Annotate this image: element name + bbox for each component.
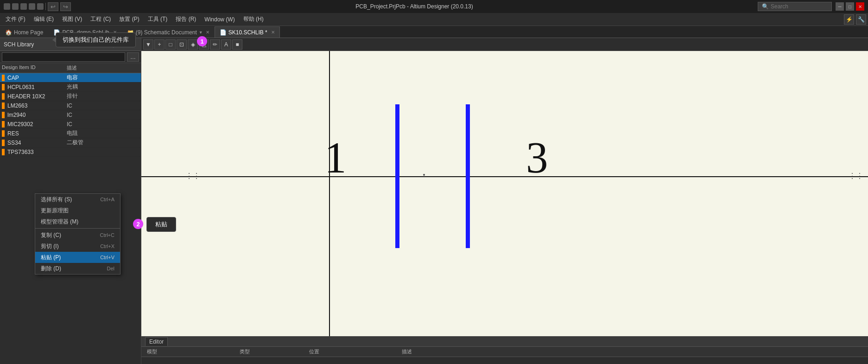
tab-sk10[interactable]: 📄 SK10.SCHLIB * ✕ — [215, 26, 280, 38]
tool-rect[interactable]: □ — [165, 39, 176, 50]
sch-number-1: 1 — [324, 132, 347, 183]
tool-fill[interactable]: ■ — [232, 39, 242, 50]
editor-panel: Editor 模型 类型 位置 描述 — [141, 336, 868, 364]
lib-row-lm2940[interactable]: lm2940 IC — [0, 110, 141, 120]
sch-number-3: 3 — [526, 132, 548, 183]
app-icon3 — [20, 3, 27, 10]
menu-tools[interactable]: 工具 (T) — [144, 13, 171, 25]
tab-homepage[interactable]: 🏠 Home Page — [0, 26, 48, 38]
header-name: HEADER 10X2 — [6, 93, 67, 100]
menu-icon2[interactable]: 🔧 — [856, 14, 866, 25]
tool-text[interactable]: A — [221, 39, 231, 50]
lib-row-mic[interactable]: MIC29302 IC — [0, 120, 141, 129]
tooltip1-text: 切换到我们自己的元件库 — [63, 36, 129, 43]
title-bar-right: 🔍 ─ □ ✕ — [758, 2, 864, 11]
tps-name: TPS73633 — [6, 149, 67, 155]
header-desc: 排针 — [67, 92, 141, 100]
lib-row-res[interactable]: RES 电阻 — [0, 129, 141, 138]
ctx-select-all[interactable]: 选择所有 (S) Ctrl+A — [35, 194, 120, 205]
context-menu: 选择所有 (S) Ctrl+A 更新原理图 模型管理器 (M) 复制 (C) C… — [35, 193, 120, 275]
lib-search-input[interactable] — [2, 52, 125, 62]
ctx-delete[interactable]: 删除 (D) Del — [35, 263, 120, 274]
menu-project[interactable]: 工程 (C) — [87, 13, 114, 25]
title-bar-left: ↩ ↪ — [4, 2, 71, 11]
lib-row-ss34[interactable]: SS34 二极管 — [0, 138, 141, 147]
lib-search-btn[interactable]: … — [127, 52, 139, 62]
ed-col-type: 类型 — [238, 348, 307, 355]
menu-file[interactable]: 文件 (F) — [2, 13, 29, 25]
minimize-btn[interactable]: ─ — [836, 2, 844, 11]
right-panel: ▼ + □ ⊡ ◈ △ ✏ A ■ ⋮⋮ ⋮⋮ 1 — [141, 38, 868, 364]
lib-row-cap[interactable]: CAP 电容 — [0, 73, 141, 83]
ctx-copy-shortcut: Ctrl+C — [100, 232, 114, 238]
res-indicator — [2, 130, 5, 137]
menu-icon1[interactable]: ⚡ — [844, 14, 854, 25]
v-crosshair-left — [329, 51, 330, 336]
menu-edit[interactable]: 编辑 (E) — [30, 13, 57, 25]
ctx-paste-shortcut: Ctrl+V — [100, 255, 114, 260]
ctx-cut-shortcut: Ctrl+X — [100, 243, 114, 249]
menu-place[interactable]: 放置 (P) — [115, 13, 143, 25]
editor-table-header: 模型 类型 位置 描述 — [141, 347, 868, 357]
lib-table-header: Design Item ID 描述 — [0, 63, 141, 73]
ss34-desc: 二极管 — [67, 139, 141, 147]
menu-right-icons: ⚡ 🔧 — [844, 14, 866, 25]
ctx-paste[interactable]: 粘贴 (P) Ctrl+V — [35, 252, 120, 263]
lm2940-indicator — [2, 112, 5, 118]
ctx-delete-label: 删除 (D) — [41, 265, 61, 273]
window-controls: ─ □ ✕ — [836, 2, 864, 11]
lm2940-name: lm2940 — [6, 112, 67, 118]
ctx-update-sch[interactable]: 更新原理图 — [35, 205, 120, 216]
title-text: PCB_Project.PrjPcb - Altium Designer (20… — [71, 3, 758, 10]
cap-desc: 电容 — [67, 74, 141, 82]
search-input[interactable] — [771, 3, 826, 10]
redo-btn[interactable]: ↪ — [60, 2, 71, 11]
sch-canvas[interactable]: ⋮⋮ ⋮⋮ 1 3 — [141, 51, 868, 336]
menu-window[interactable]: Window (W) — [201, 14, 238, 25]
blue-bar-right — [466, 104, 470, 248]
app-icon5 — [37, 3, 44, 10]
tab-homepage-label: Home Page — [14, 29, 43, 36]
ctx-select-all-shortcut: Ctrl+A — [100, 197, 114, 202]
lm2940-desc: IC — [67, 112, 141, 118]
close-btn[interactable]: ✕ — [856, 2, 864, 11]
editor-tab-item[interactable]: Editor — [145, 337, 168, 346]
center-dot — [423, 174, 425, 176]
tool-add[interactable]: + — [154, 39, 165, 50]
tab-sk10-close[interactable]: ✕ — [271, 30, 275, 35]
app-icon2 — [12, 3, 19, 10]
bubble-number-2: 2 — [133, 219, 143, 229]
ctx-copy[interactable]: 复制 (C) Ctrl+C — [35, 230, 120, 241]
tool-pen[interactable]: ✏ — [210, 39, 220, 50]
search-box[interactable]: 🔍 — [758, 2, 832, 11]
lib-row-hcpl[interactable]: HCPL0631 光耦 — [0, 83, 141, 92]
menu-view[interactable]: 视图 (V) — [58, 13, 86, 25]
col-desc[interactable]: 描述 — [65, 64, 141, 71]
tab-sk10-label: SK10.SCHLIB * — [228, 29, 267, 36]
maximize-btn[interactable]: □ — [846, 2, 854, 11]
tool-rect2[interactable]: ⊡ — [177, 39, 187, 50]
ctx-cut[interactable]: 剪切 (I) Ctrl+X — [35, 241, 120, 252]
lib-row-header[interactable]: HEADER 10X2 排针 — [0, 92, 141, 101]
tab-schematic-label: (9) Schematic Document — [136, 29, 197, 36]
menu-help[interactable]: 帮助 (H) — [240, 13, 267, 25]
search-row: … — [0, 51, 141, 63]
tab-sk10-icon: 📄 — [220, 29, 227, 36]
cap-name: CAP — [6, 75, 67, 81]
lib-row-lm2663[interactable]: LM2663 IC — [0, 101, 141, 110]
tab-homepage-icon: 🏠 — [5, 29, 12, 36]
tab-schematic-dropdown-icon[interactable]: ▼ — [199, 30, 203, 35]
menu-reports[interactable]: 报告 (R) — [172, 13, 200, 25]
search-icon: 🔍 — [762, 3, 769, 10]
ctx-model-mgr[interactable]: 模型管理器 (M) — [35, 216, 120, 227]
lm2663-desc: IC — [67, 102, 141, 109]
mic-name: MIC29302 — [6, 121, 67, 128]
lib-row-tps[interactable]: TPS73633 — [0, 147, 141, 157]
tool-filter[interactable]: ▼ — [143, 39, 153, 50]
res-desc: 电阻 — [67, 129, 141, 137]
ctx-select-all-label: 选择所有 (S) — [41, 196, 72, 204]
tool-connect[interactable]: ◈ — [188, 39, 198, 50]
col-design-id[interactable]: Design Item ID — [0, 64, 65, 71]
tab-schematic-close[interactable]: ✕ — [206, 30, 209, 35]
undo-btn[interactable]: ↩ — [48, 2, 58, 11]
